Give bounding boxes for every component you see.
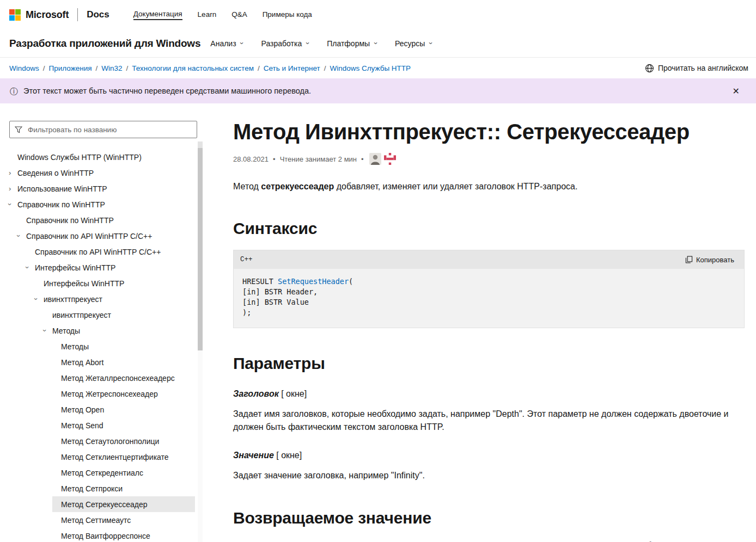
top-nav-item[interactable]: Q&A bbox=[231, 10, 247, 20]
breadcrumb: Windows/Приложения/Win32/Технологии для … bbox=[9, 64, 411, 72]
top-navigation: Microsoft Docs ДокументацияLearnQ&AПриме… bbox=[0, 0, 756, 29]
chevron-down-icon: › bbox=[17, 232, 26, 239]
code-block: C++ Копировать HRESULT SetRequestHeader(… bbox=[233, 250, 745, 328]
sidebar-item-label: Методы bbox=[52, 327, 80, 335]
translation-banner: ⓘ Этот текст может быть частично перевед… bbox=[0, 78, 756, 103]
microsoft-wordmark[interactable]: Microsoft bbox=[26, 9, 69, 21]
sidebar-item-label: Метод Сетпрокси bbox=[61, 484, 123, 493]
sidebar-item-label: Метод Сеткредентиалс bbox=[61, 469, 143, 477]
sidebar-tree-item[interactable]: ›ивинхттпрекуест bbox=[35, 291, 195, 307]
parameters-heading: Параметры bbox=[233, 354, 745, 373]
top-nav-item[interactable]: Learn bbox=[198, 10, 217, 20]
sidebar-item-label: Метод Жеталлреспонсехеадерс bbox=[61, 374, 175, 383]
top-nav-item[interactable]: Документация bbox=[133, 10, 182, 20]
sidebar-item-label: Справочник по WinHTTP bbox=[26, 216, 114, 225]
sidebar-tree-item[interactable]: ›Справочник по API WinHTTP C/C++ bbox=[17, 228, 195, 244]
site-nav-menu[interactable]: Анализ› bbox=[210, 39, 245, 48]
scrollbar-thumb[interactable] bbox=[198, 148, 203, 350]
code-block-header: C++ Копировать bbox=[234, 250, 744, 269]
sidebar-tree-item[interactable]: ›Сведения о WinHTTP bbox=[9, 165, 195, 181]
sidebar-item-label: Справочник по WinHTTP bbox=[17, 200, 105, 209]
breadcrumb-link[interactable]: Сеть и Интернет bbox=[264, 64, 320, 72]
copy-button[interactable]: Копировать bbox=[682, 255, 737, 264]
article-meta: 28.08.2021 • Чтение занимает 2 мин • bbox=[233, 153, 745, 165]
top-nav-item[interactable]: Примеры кода bbox=[263, 10, 312, 20]
sidebar-item-label: Метод Send bbox=[61, 421, 103, 430]
parameter-description: Задает значение заголовка, например "Inf… bbox=[233, 469, 737, 483]
method-name-bold: сетрекуессеадер bbox=[261, 182, 334, 191]
sidebar-item-label: Метод Сетаутологонполици bbox=[61, 437, 159, 446]
microsoft-logo[interactable] bbox=[9, 9, 21, 21]
close-icon[interactable]: ✕ bbox=[730, 84, 742, 98]
site-title[interactable]: Разработка приложений для Windows bbox=[9, 38, 200, 50]
chevron-right-icon: › bbox=[9, 185, 17, 192]
site-nav-menu[interactable]: Разработка› bbox=[261, 39, 311, 48]
sidebar-tree-item[interactable]: Справочник по API WinHTTP C/C++ bbox=[26, 244, 195, 260]
sidebar-tree-item[interactable]: Метод Abort bbox=[52, 354, 195, 370]
sidebar-tree-item[interactable]: Метод Сетпрокси bbox=[52, 481, 195, 496]
sidebar-tree-item[interactable]: Метод Жеталлреспонсехеадерс bbox=[52, 370, 195, 386]
chevron-down-icon: › bbox=[9, 201, 17, 208]
code-language-label: C++ bbox=[240, 256, 253, 263]
sidebar-tree-item[interactable]: Метод Open bbox=[52, 402, 195, 417]
docs-wordmark[interactable]: Docs bbox=[87, 9, 109, 20]
breadcrumb-link[interactable]: Технологии для настольных систем bbox=[132, 64, 254, 72]
sidebar-tree-item[interactable]: Метод Send bbox=[52, 417, 195, 433]
menu-label: Разработка bbox=[261, 39, 302, 48]
scrollbar-up-button[interactable] bbox=[198, 141, 203, 148]
chevron-down-icon: › bbox=[26, 264, 35, 271]
breadcrumb-separator: / bbox=[43, 64, 45, 72]
breadcrumb-link[interactable]: Windows Службы HTTP bbox=[330, 64, 411, 72]
breadcrumb-link[interactable]: Приложения bbox=[49, 64, 92, 72]
code-body: HRESULT SetRequestHeader( [in] BSTR Head… bbox=[234, 269, 744, 328]
page-title: Метод Ивинхттпрекуест:: Сетрекуессеадер bbox=[233, 120, 745, 144]
code-line: HRESULT SetRequestHeader( bbox=[242, 276, 735, 287]
contributor-avatar[interactable] bbox=[369, 153, 381, 165]
sidebar-tree-item[interactable]: ›Использование WinHTTP bbox=[9, 181, 195, 196]
sidebar-tree-item[interactable]: Методы bbox=[52, 338, 195, 354]
sidebar-tree-item[interactable]: Интерфейсы WinHTTP bbox=[35, 275, 195, 291]
filter-icon bbox=[15, 126, 22, 133]
sidebar-tree-item[interactable]: ›Справочник по WinHTTP bbox=[9, 196, 195, 212]
banner-text: Этот текст может быть частично переведен… bbox=[23, 87, 311, 95]
logo-square bbox=[9, 15, 15, 21]
sidebar-tree-item[interactable]: Windows Службы HTTP (WinHTTP) bbox=[9, 149, 195, 165]
logo-square bbox=[15, 15, 21, 21]
chevron-down-icon: › bbox=[240, 40, 245, 47]
code-line: [in] BSTR Header, bbox=[242, 287, 735, 297]
sidebar-tree-item[interactable]: Метод Сетрекуессеадер bbox=[52, 496, 195, 512]
sidebar-item-label: Метод Abort bbox=[61, 358, 103, 367]
content-area: Windows Службы HTTP (WinHTTP)›Сведения о… bbox=[0, 103, 756, 542]
sidebar-tree-item[interactable]: Метод Сеткредентиалс bbox=[52, 465, 195, 481]
sidebar-tree-item[interactable]: Метод Сеттимеаутс bbox=[52, 512, 195, 528]
menu-label: Ресурсы bbox=[395, 39, 425, 48]
sidebar-tree-item[interactable]: ивинхттпрекуест bbox=[44, 307, 195, 323]
code-line: ); bbox=[242, 307, 735, 318]
sidebar-item-label: Метод Сетрекуессеадер bbox=[61, 500, 148, 509]
sidebar-item-label: Справочник по API WinHTTP C/C++ bbox=[26, 232, 152, 241]
breadcrumb-link[interactable]: Win32 bbox=[101, 64, 122, 72]
sidebar-tree-item[interactable]: Метод Ваитфорреспонсе bbox=[52, 528, 195, 542]
breadcrumb-separator: / bbox=[324, 64, 326, 72]
sidebar-scrollbar[interactable] bbox=[198, 141, 203, 542]
filter-input[interactable] bbox=[27, 125, 192, 134]
sidebar-tree-item[interactable]: ›Интерфейсы WinHTTP bbox=[26, 260, 195, 275]
breadcrumb-link[interactable]: Windows bbox=[9, 64, 39, 72]
sidebar-item-label: Интерфейсы WinHTTP bbox=[35, 263, 115, 272]
contributor-avatars bbox=[369, 153, 396, 165]
sidebar-tree-item[interactable]: Метод Жетреспонсехеадер bbox=[52, 386, 195, 402]
site-nav-menu[interactable]: Ресурсы› bbox=[395, 39, 434, 48]
copy-label: Копировать bbox=[696, 256, 734, 264]
sidebar-item-label: Метод Сетклиентцертификате bbox=[61, 453, 169, 461]
syntax-heading: Синтаксис bbox=[233, 219, 745, 238]
sidebar: Windows Службы HTTP (WinHTTP)›Сведения о… bbox=[0, 103, 207, 542]
parameter-name: Заголовок [ окне] bbox=[233, 389, 745, 399]
contributor-avatar[interactable] bbox=[384, 153, 396, 165]
sidebar-tree-item[interactable]: ›Методы bbox=[44, 323, 195, 338]
sidebar-tree-item[interactable]: Справочник по WinHTTP bbox=[17, 212, 195, 228]
site-nav-menu[interactable]: Платформы› bbox=[327, 39, 379, 48]
read-in-english-link[interactable]: Прочитать на английском bbox=[645, 64, 748, 73]
menu-label: Платформы bbox=[327, 39, 370, 48]
sidebar-tree-item[interactable]: Метод Сетклиентцертификате bbox=[52, 449, 195, 465]
sidebar-tree-item[interactable]: Метод Сетаутологонполици bbox=[52, 433, 195, 449]
